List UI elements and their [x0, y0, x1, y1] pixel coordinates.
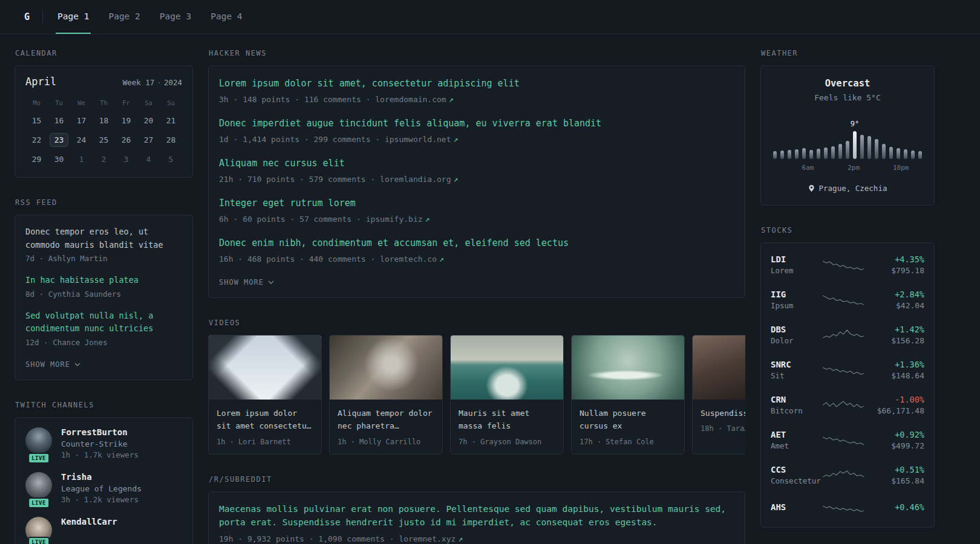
- video-title[interactable]: Aliquam tempor dolor nec pharetra…: [338, 407, 434, 433]
- external-link-icon[interactable]: ↗: [439, 254, 444, 264]
- twitch-channel[interactable]: LIVE ForrestBurton Counter-Strike 1h · 1…: [25, 427, 182, 459]
- video-card[interactable]: Suspendiss… diam 18h · Tara…: [692, 335, 745, 455]
- calendar-day: 4: [137, 152, 160, 166]
- subreddit-post-title[interactable]: Maecenas mollis pulvinar erat non posuer…: [219, 502, 734, 529]
- stock-values: +1.42% $156.28: [871, 325, 924, 345]
- stock-price: $165.84: [871, 476, 924, 485]
- weather-hour-bar: [911, 151, 915, 159]
- calendar-day: 24: [70, 133, 93, 147]
- external-link-icon[interactable]: ↗: [449, 95, 454, 104]
- stock-change: +0.92%: [871, 430, 924, 439]
- stock-row[interactable]: LDI Lorem +4.35% $795.18: [771, 247, 924, 282]
- video-meta: 1h · Molly Carrillo: [338, 438, 434, 446]
- stock-row[interactable]: AHS +0.46%: [771, 493, 924, 523]
- stock-sparkline: [822, 397, 865, 413]
- stock-values: +0.46%: [871, 502, 924, 514]
- stock-symbol: CRN: [771, 395, 815, 404]
- video-thumbnail[interactable]: [330, 335, 442, 400]
- app-logo[interactable]: G: [24, 0, 30, 34]
- stock-sparkline: [822, 362, 865, 378]
- hn-item-title[interactable]: Lorem ipsum dolor sit amet, consectetur …: [219, 76, 734, 91]
- avatar: [25, 472, 52, 499]
- stock-row[interactable]: CRN Bitcorn -1.00% $66,171.48: [771, 387, 924, 423]
- page-tabs: Page 1 Page 2 Page 3 Page 4: [56, 0, 260, 34]
- tab-page-4[interactable]: Page 4: [209, 0, 244, 34]
- stock-symbol: LDI: [771, 254, 815, 264]
- tab-page-2[interactable]: Page 2: [106, 0, 142, 34]
- weather-hour-bar: [889, 147, 893, 159]
- channel-name[interactable]: Trisha: [61, 472, 142, 482]
- hn-show-more-button[interactable]: SHOW MORE: [219, 278, 274, 287]
- stock-change: +0.51%: [871, 465, 924, 474]
- stock-id: DBS Dolor: [771, 325, 815, 345]
- show-more-label: SHOW MORE: [25, 360, 70, 369]
- rss-item-title[interactable]: Donec tempor eros leo, ut commodo mauris…: [25, 225, 182, 251]
- external-link-icon[interactable]: ↗: [458, 534, 463, 543]
- stock-symbol: AET: [771, 430, 815, 439]
- weather-hour-bar: [773, 151, 777, 159]
- video-thumbnail[interactable]: [693, 335, 745, 400]
- hn-item-title[interactable]: Donec imperdiet augue tincidunt felis al…: [219, 116, 734, 131]
- video-title[interactable]: Nullam posuere cursus ex: [580, 407, 676, 433]
- external-link-icon[interactable]: ↗: [425, 215, 430, 224]
- weather-hour-bar: [897, 148, 900, 159]
- video-meta: 17h · Stefan Cole: [580, 438, 676, 446]
- show-more-label: SHOW MORE: [219, 278, 264, 287]
- channel-name[interactable]: KendallCarr: [61, 517, 117, 526]
- avatar-wrap: LIVE: [25, 472, 52, 504]
- external-link-icon[interactable]: ↗: [454, 175, 459, 184]
- section-title-videos: VIDEOS: [209, 319, 745, 327]
- video-card[interactable]: Mauris sit amet massa felis 7h · Grayson…: [450, 335, 564, 455]
- stock-row[interactable]: IIG Ipsum +2.84% $42.04: [771, 282, 924, 317]
- twitch-channel[interactable]: LIVE KendallCarr: [25, 517, 182, 543]
- channel-category: League of Legends: [61, 484, 142, 493]
- rss-item-title[interactable]: Sed volutpat nulla nisl, a condimentum n…: [25, 309, 182, 335]
- hn-item-meta: 6h · 60 points · 57 comments · ipsumify.…: [219, 215, 734, 224]
- calendar-day: 21: [160, 114, 182, 128]
- video-title[interactable]: Lorem ipsum dolor sit amet consectetu…: [217, 407, 313, 433]
- twitch-channel[interactable]: LIVE Trisha League of Legends 3h · 1.2k …: [25, 472, 182, 504]
- stock-id: AHS: [771, 502, 815, 514]
- stock-row[interactable]: AET Amet +0.92% $499.72: [771, 423, 924, 458]
- video-thumbnail[interactable]: [209, 335, 321, 400]
- channel-name[interactable]: ForrestBurton: [61, 427, 139, 437]
- video-title[interactable]: Mauris sit amet massa felis: [459, 407, 555, 433]
- tab-page-3[interactable]: Page 3: [158, 0, 193, 34]
- calendar-day-header: Mo: [25, 97, 48, 108]
- video-thumbnail[interactable]: [572, 335, 684, 400]
- external-link-icon[interactable]: ↗: [454, 135, 459, 144]
- rss-item-meta: 8d · Cynthia Saunders: [25, 290, 182, 299]
- stock-row[interactable]: CCS Consectetur +0.51% $165.84: [771, 458, 924, 493]
- video-card[interactable]: Lorem ipsum dolor sit amet consectetu… 1…: [208, 335, 322, 455]
- subreddit-widget: /R/SUBREDDIT Maecenas mollis pulvinar er…: [208, 475, 745, 544]
- sparkline-path: [823, 368, 864, 374]
- hn-item-title[interactable]: Aliquam nec cursus elit: [219, 156, 734, 170]
- hour-label: 6am: [802, 164, 814, 172]
- weather-card: Overcast Feels like 5°C 9° 6am 2pm 10pm …: [760, 65, 935, 206]
- video-meta: 7h · Grayson Dawson: [459, 438, 555, 446]
- stock-row[interactable]: DBS Dolor +1.42% $156.28: [771, 317, 924, 352]
- rss-item-meta: 7d · Ashlyn Martin: [25, 254, 182, 263]
- hn-item-title[interactable]: Integer eget rutrum lorem: [219, 196, 734, 210]
- sparkline-path: [823, 506, 864, 511]
- video-title[interactable]: Suspendiss… diam: [701, 407, 745, 419]
- rss-show-more-button[interactable]: SHOW MORE: [25, 360, 80, 369]
- stock-sparkline: [822, 257, 865, 273]
- stock-row[interactable]: SNRC Sit +1.36% $148.64: [771, 352, 924, 387]
- video-card[interactable]: Nullam posuere cursus ex 17h · Stefan Co…: [571, 335, 685, 455]
- video-card[interactable]: Aliquam tempor dolor nec pharetra… 1h · …: [329, 335, 443, 455]
- subreddit-card: Maecenas mollis pulvinar erat non posuer…: [208, 491, 745, 544]
- hn-item-title[interactable]: Donec enim nibh, condimentum et accumsan…: [219, 236, 734, 250]
- video-info: Aliquam tempor dolor nec pharetra… 1h · …: [330, 400, 442, 454]
- stock-sparkline: [822, 292, 865, 308]
- rss-item-title[interactable]: In hac habitasse platea: [25, 274, 182, 287]
- weather-hour-bar: [831, 146, 835, 159]
- stocks-card: LDI Lorem +4.35% $795.18 IIG Ipsum: [760, 242, 935, 528]
- stock-id: AET Amet: [771, 430, 815, 450]
- calendar-day: 3: [115, 152, 137, 166]
- tab-page-1[interactable]: Page 1: [56, 0, 91, 34]
- calendar-day: 20: [137, 114, 160, 128]
- stock-name: Lorem: [771, 266, 815, 275]
- video-thumbnail[interactable]: [451, 335, 563, 400]
- stock-sparkline: [822, 327, 865, 343]
